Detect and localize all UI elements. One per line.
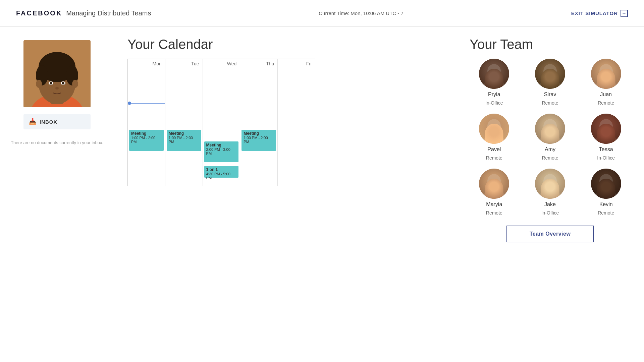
exit-arrow-icon: → xyxy=(621,10,628,17)
team-member-jake[interactable]: JakeIn-Office xyxy=(526,169,575,216)
team-member-maryia[interactable]: MaryiaRemote xyxy=(470,169,519,216)
svg-point-26 xyxy=(535,114,565,144)
inbox-label: INBOX xyxy=(40,119,57,125)
team-title: Your Team xyxy=(470,37,631,52)
exit-simulator-button[interactable]: EXIT SIMULATOR → xyxy=(571,10,628,17)
avatar-pryia xyxy=(479,59,509,89)
app-title: Managing Distributed Teams xyxy=(66,9,151,17)
svg-point-25 xyxy=(484,134,504,144)
calendar-day-thu: ThuMeeting1:00 PM - 2:00 PM xyxy=(240,59,278,186)
day-events-thu: Meeting1:00 PM - 2:00 PM xyxy=(240,69,277,186)
svg-point-32 xyxy=(479,169,509,199)
svg-point-33 xyxy=(487,174,501,189)
avatar-juan xyxy=(591,59,621,89)
svg-point-21 xyxy=(599,64,613,79)
event-time: 1:00 PM - 2:00 PM xyxy=(244,136,274,144)
svg-point-29 xyxy=(591,114,621,144)
inbox-icon: 📥 xyxy=(29,118,36,125)
day-header-tue: Tue xyxy=(165,59,203,69)
svg-point-36 xyxy=(543,174,557,189)
time-bar xyxy=(131,103,165,104)
member-name-kevin: Kevin xyxy=(599,201,613,207)
current-time: Current Time: Mon, 10:06 AM UTC - 7 xyxy=(319,10,404,16)
day-header-thu: Thu xyxy=(240,59,277,69)
event-time: 4:30 PM - 5:00 PM xyxy=(206,172,237,180)
calendar-event[interactable]: Meeting1:00 PM - 2:00 PM xyxy=(167,130,201,151)
calendar-grid: MonMeeting1:00 PM - 2:00 PMTueMeeting1:0… xyxy=(127,59,315,186)
svg-point-20 xyxy=(591,59,621,89)
inbox-empty-message: There are no documents currently in your… xyxy=(11,136,103,149)
inbox-button[interactable]: 📥 INBOX xyxy=(23,114,91,129)
member-status-sirav: Remote xyxy=(542,100,558,106)
event-time: 1:00 PM - 2:00 PM xyxy=(169,136,199,144)
member-status-jake: In-Office xyxy=(541,210,559,216)
member-name-tessa: Tessa xyxy=(599,146,613,153)
svg-point-35 xyxy=(535,169,565,199)
calendar-event[interactable]: Meeting1:00 PM - 2:00 PM xyxy=(129,130,164,151)
member-name-pryia: Pryia xyxy=(488,92,500,98)
member-name-maryia: Maryia xyxy=(486,201,502,207)
svg-point-16 xyxy=(484,79,504,89)
svg-point-31 xyxy=(596,134,616,144)
svg-point-23 xyxy=(479,114,509,144)
member-status-pavel: Remote xyxy=(486,155,502,161)
member-name-juan: Juan xyxy=(600,92,612,98)
day-header-mon: Mon xyxy=(128,59,165,69)
event-time: 1:00 PM - 2:00 PM xyxy=(131,136,162,144)
team-member-tessa[interactable]: TessaIn-Office xyxy=(581,114,631,161)
avatar-pavel xyxy=(479,114,509,144)
team-member-pavel[interactable]: PavelRemote xyxy=(470,114,519,161)
day-events-mon: Meeting1:00 PM - 2:00 PM xyxy=(128,69,165,186)
user-photo xyxy=(23,40,91,107)
svg-point-38 xyxy=(591,169,621,199)
team-member-sirav[interactable]: SiravRemote xyxy=(526,59,575,106)
day-header-wed: Wed xyxy=(203,59,240,69)
team-overview-button[interactable]: Team Overview xyxy=(506,226,594,242)
member-status-juan: Remote xyxy=(598,100,614,106)
user-portrait-svg xyxy=(23,40,91,107)
left-panel: 📥 INBOX There are no documents currently… xyxy=(0,34,114,355)
team-member-amy[interactable]: AmyRemote xyxy=(526,114,575,161)
svg-point-17 xyxy=(535,59,565,89)
calendar-day-mon: MonMeeting1:00 PM - 2:00 PM xyxy=(128,59,165,186)
svg-point-24 xyxy=(487,119,501,134)
svg-point-15 xyxy=(487,64,501,79)
avatar-sirav xyxy=(535,59,565,89)
team-grid: PryiaIn-Office SiravRemote JuanRemote Pa… xyxy=(470,59,631,216)
svg-point-8 xyxy=(50,82,52,84)
team-member-kevin[interactable]: KevinRemote xyxy=(581,169,631,216)
svg-point-40 xyxy=(596,189,616,199)
calendar-day-wed: WedMeeting2:00 PM - 3:00 PM1 on 14:30 PM… xyxy=(203,59,240,186)
avatar-jake xyxy=(535,169,565,199)
team-member-juan[interactable]: JuanRemote xyxy=(581,59,631,106)
svg-point-12 xyxy=(36,80,42,88)
header-left: FACEBOOK Managing Distributed Teams xyxy=(16,9,151,17)
main-content: 📥 INBOX There are no documents currently… xyxy=(0,27,644,362)
exit-label: EXIT SIMULATOR xyxy=(571,10,618,16)
svg-point-30 xyxy=(599,119,613,134)
calendar-title: Your Calendar xyxy=(127,37,443,52)
calendar-day-tue: TueMeeting1:00 PM - 2:00 PM xyxy=(165,59,203,186)
event-title: Meeting xyxy=(131,131,162,136)
event-title: Meeting xyxy=(206,143,237,147)
team-section: Your Team PryiaIn-Office SiravRemote Jua… xyxy=(456,34,644,355)
svg-point-14 xyxy=(479,59,509,89)
calendar-event[interactable]: 1 on 14:30 PM - 5:00 PM xyxy=(204,166,239,178)
calendar-event[interactable]: Meeting1:00 PM - 2:00 PM xyxy=(241,130,276,151)
svg-point-19 xyxy=(540,79,560,89)
event-title: Meeting xyxy=(244,131,274,136)
avatar-maryia xyxy=(479,169,509,199)
team-member-pryia[interactable]: PryiaIn-Office xyxy=(470,59,519,106)
member-status-tessa: In-Office xyxy=(597,155,615,161)
member-status-pryia: In-Office xyxy=(485,100,503,106)
member-status-amy: Remote xyxy=(542,155,558,161)
calendar-event[interactable]: Meeting2:00 PM - 3:00 PM xyxy=(204,141,239,163)
avatar-tessa xyxy=(591,114,621,144)
svg-point-13 xyxy=(72,80,78,88)
time-dot xyxy=(128,102,131,105)
svg-point-37 xyxy=(540,189,560,199)
member-name-amy: Amy xyxy=(545,146,555,153)
day-events-tue: Meeting1:00 PM - 2:00 PM xyxy=(165,69,203,186)
day-header-fri: Fri xyxy=(278,59,315,69)
event-time: 2:00 PM - 3:00 PM xyxy=(206,147,237,156)
